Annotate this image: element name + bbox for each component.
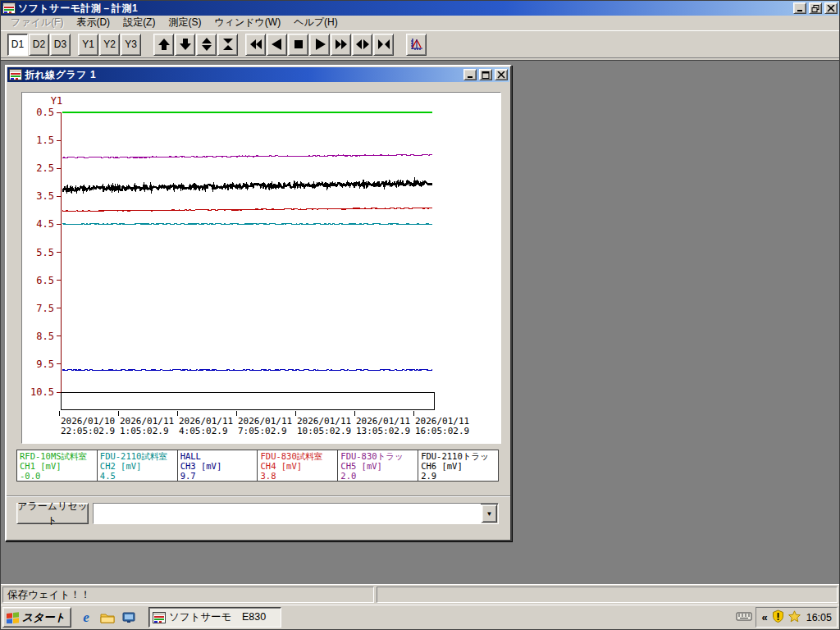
alarm-combobox-input[interactable] [94, 504, 481, 523]
arrow-down-icon [179, 38, 192, 51]
menu-measure[interactable]: 測定(S) [162, 15, 208, 30]
line-chart: 0.51.52.53.54.55.56.57.58.59.510.5Y12026… [22, 93, 500, 443]
keyboard-icon[interactable] [736, 610, 752, 624]
combobox-dropdown-button[interactable]: ▼ [482, 504, 497, 523]
start-label: スタート [22, 610, 66, 625]
svg-text:22:05:02.9: 22:05:02.9 [61, 426, 115, 436]
expand-horizontal-icon [356, 38, 369, 51]
svg-text:Y1: Y1 [51, 95, 62, 107]
menu-file[interactable]: ファイル(F) [4, 15, 70, 30]
legend-ch1: RFD-10MS試料室 CH1 [mV] -0.0 [17, 450, 98, 481]
tray-collapse-button[interactable]: « [761, 611, 767, 623]
double-right-icon [335, 38, 348, 51]
main-titlebar: ソフトサーモ計測－計測1 [1, 1, 839, 16]
graph-window-titlebar: 折れ線グラフ 1 [7, 67, 509, 82]
graph-minimize-button[interactable] [463, 69, 477, 80]
status-bar: 保存ウェイト！！ [1, 584, 839, 605]
expand-horizontal-button[interactable] [352, 34, 372, 56]
tray-panel: « 16:05 [756, 607, 838, 628]
legend-ch3-channel: CH3 [mV] [180, 461, 256, 471]
legend-ch6: FDU-2110トラッ CH6 [mV] 2.9 [418, 450, 498, 481]
graph-icon [409, 37, 424, 52]
status-message-panel: 保存ウェイト！！ [2, 587, 374, 603]
svg-text:7.5: 7.5 [36, 303, 54, 314]
alarm-reset-button[interactable]: アラームリセット [16, 503, 89, 524]
minimize-button[interactable] [793, 2, 806, 14]
svg-text:3.5: 3.5 [36, 190, 54, 202]
svg-text:0.5: 0.5 [36, 107, 54, 118]
windows-logo-icon [6, 611, 20, 623]
fast-forward-button[interactable] [331, 34, 351, 56]
y1-button[interactable]: Y1 [78, 34, 98, 56]
graph-close-button[interactable] [495, 69, 508, 80]
folder-icon[interactable] [99, 609, 116, 626]
d1-button[interactable]: D1 [7, 34, 28, 56]
compress-vertical-button[interactable] [217, 34, 238, 56]
legend-ch5-channel: CH5 [mV] [340, 461, 416, 471]
graph-maximize-button[interactable] [479, 69, 492, 80]
stop-icon [292, 38, 305, 51]
legend-ch3-value: 9.7 [180, 471, 256, 481]
legend-ch1-name: RFD-10MS試料室 [20, 451, 95, 461]
restore-button[interactable] [809, 2, 822, 14]
legend-ch2-name: FDU-2110試料室 [100, 451, 176, 461]
stop-button[interactable] [288, 34, 308, 56]
menu-settings[interactable]: 設定(Z) [116, 15, 162, 30]
y3-button[interactable]: Y3 [121, 34, 141, 56]
legend-ch5-name: FDU-830トラッ [340, 451, 416, 461]
forward-button[interactable] [309, 34, 330, 56]
d2-button[interactable]: D2 [29, 34, 49, 56]
graph-window-icon [9, 69, 22, 80]
menu-view[interactable]: 表示(D) [70, 15, 116, 30]
expand-vertical-icon [200, 38, 213, 51]
status-message: 保存ウェイト！！ [7, 588, 90, 602]
graph-window-title: 折れ線グラフ 1 [25, 68, 461, 82]
arrow-up-icon [158, 38, 171, 51]
svg-text:10:05:02.9: 10:05:02.9 [297, 426, 351, 436]
svg-text:5.5: 5.5 [36, 247, 54, 258]
compress-horizontal-button[interactable] [373, 34, 394, 56]
compress-vertical-icon [221, 38, 235, 51]
legend-ch5: FDU-830トラッ CH5 [mV] 2.0 [338, 450, 418, 481]
close-button[interactable] [824, 2, 838, 14]
show-desktop-icon[interactable] [121, 609, 137, 626]
task-icon [153, 612, 166, 623]
d3-button[interactable]: D3 [50, 34, 71, 56]
expand-vertical-button[interactable] [196, 34, 217, 56]
quick-launch: e [71, 609, 144, 626]
svg-text:7:05:02.9: 7:05:02.9 [238, 426, 287, 436]
arrow-right-icon [313, 38, 326, 51]
svg-text:8.5: 8.5 [36, 331, 54, 342]
fast-back-button[interactable] [245, 34, 266, 56]
svg-text:1:05:02.9: 1:05:02.9 [120, 426, 169, 436]
menu-window[interactable]: ウィンドウ(W) [208, 15, 287, 30]
legend-ch5-value: 2.0 [340, 471, 416, 481]
y2-button[interactable]: Y2 [99, 34, 120, 56]
internet-explorer-icon[interactable]: e [78, 609, 94, 626]
svg-text:13:05:02.9: 13:05:02.9 [356, 426, 410, 436]
back-button[interactable] [267, 34, 287, 56]
star-icon[interactable] [788, 610, 801, 625]
legend-ch2-value: 4.5 [100, 471, 176, 481]
scroll-up-button[interactable] [153, 34, 174, 56]
svg-text:4:05:02.9: 4:05:02.9 [179, 426, 228, 436]
taskbar-task-button[interactable]: ソフトサーモ E830 [148, 607, 281, 628]
alarm-combobox: ▼ [93, 503, 499, 524]
graph-tool-button[interactable] [406, 34, 427, 56]
legend-ch6-name: FDU-2110トラッ [421, 451, 496, 461]
legend-ch1-channel: CH1 [mV] [20, 461, 95, 471]
double-left-icon [249, 38, 262, 51]
chevron-down-icon: ▼ [486, 510, 493, 518]
legend-ch1-value: -0.0 [20, 471, 95, 481]
scroll-down-button[interactable] [175, 34, 195, 56]
menu-help[interactable]: ヘルプ(H) [287, 15, 345, 30]
taskbar: スタート e ソフトサーモ E830 « 16:05 [1, 605, 839, 629]
start-button[interactable]: スタート [2, 607, 71, 628]
security-shield-icon[interactable] [772, 609, 784, 625]
toolbar: D1 D2 D3 Y1 Y2 Y3 [1, 30, 839, 58]
svg-text:4.5: 4.5 [36, 218, 54, 230]
svg-text:10.5: 10.5 [30, 386, 54, 398]
arrow-left-icon [271, 38, 284, 51]
channel-legend: RFD-10MS試料室 CH1 [mV] -0.0 FDU-2110試料室 CH… [16, 450, 499, 482]
menubar: ファイル(F) 表示(D) 設定(Z) 測定(S) ウィンドウ(W) ヘルプ(H… [1, 16, 839, 30]
